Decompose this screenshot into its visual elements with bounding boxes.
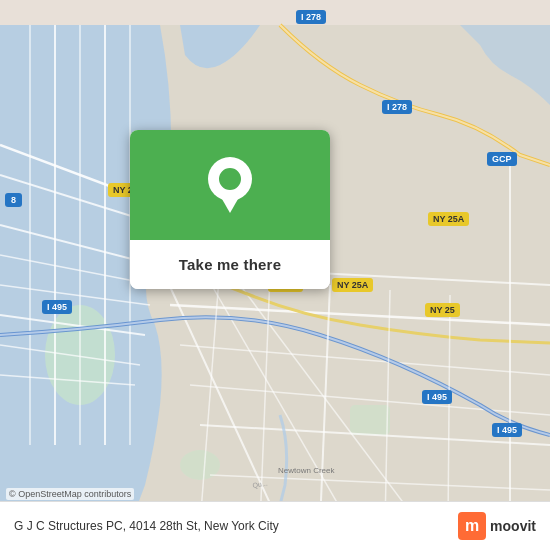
badge-8: 8 <box>5 193 22 207</box>
pin-tail <box>222 199 238 213</box>
badge-i495-left: I 495 <box>42 300 72 314</box>
map-container: Newtown Creek Qu... I 278 I 278 NY 25 NY… <box>0 0 550 550</box>
moovit-logo: m moovit <box>458 512 536 540</box>
location-card: Take me there <box>130 130 330 289</box>
osm-attribution: © OpenStreetMap contributors <box>6 488 134 500</box>
take-me-there-button[interactable]: Take me there <box>130 240 330 289</box>
badge-gcp: GCP <box>487 152 517 166</box>
badge-i495-farright: I 495 <box>492 423 522 437</box>
location-pin-icon <box>208 157 252 213</box>
moovit-m-icon: m <box>458 512 486 540</box>
badge-ny25a-center: NY 25A <box>332 278 373 292</box>
badge-i278-right: I 278 <box>382 100 412 114</box>
badge-ny25-farright: NY 25 <box>425 303 460 317</box>
pin-circle <box>208 157 252 201</box>
card-map-section <box>130 130 330 240</box>
badge-i278-top: I 278 <box>296 10 326 24</box>
badge-i495-right: I 495 <box>422 390 452 404</box>
badge-ny25a-right: NY 25A <box>428 212 469 226</box>
address-text: G J C Structures PC, 4014 28th St, New Y… <box>14 519 458 533</box>
bottom-bar: G J C Structures PC, 4014 28th St, New Y… <box>0 501 550 550</box>
moovit-wordmark: moovit <box>490 518 536 534</box>
pin-inner <box>219 168 241 190</box>
